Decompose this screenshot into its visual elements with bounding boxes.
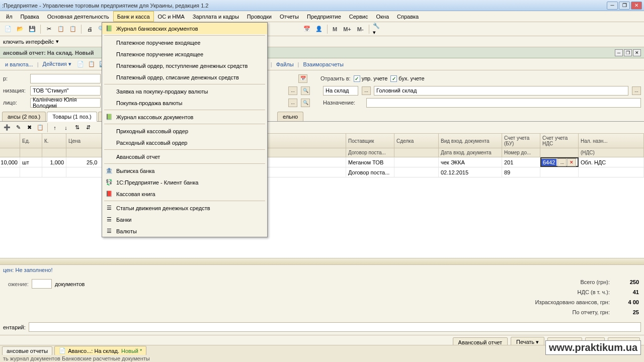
dest-type-input[interactable]: На склад xyxy=(323,86,358,96)
tool-icon-2[interactable]: 📋 xyxy=(87,59,97,69)
memory-mplus[interactable]: M+ xyxy=(341,26,353,32)
user-icon[interactable]: 👤 xyxy=(314,24,324,34)
col-doc-num[interactable]: Номер до... xyxy=(502,148,540,157)
new-icon[interactable]: 📄 xyxy=(3,24,13,34)
interface-switcher[interactable]: ключить интерфейс ▾ xyxy=(0,36,644,47)
mgmt-accounting-checkbox[interactable]: упр. учете xyxy=(354,75,388,82)
memory-mminus[interactable]: M- xyxy=(355,26,366,32)
col-doc-type[interactable]: Вид вход. документа xyxy=(439,134,502,148)
dropdown-item[interactable]: Заявка на покупку-продажу валюты xyxy=(102,85,267,97)
dropdown-item[interactable]: Авансовый отчет xyxy=(102,151,267,162)
person-input[interactable]: Калініченко Юлія Володимі xyxy=(30,98,101,108)
table-row[interactable]: 10,000 шт 1,000 25,0 Меганом ТОВ чек ЭКК… xyxy=(0,157,644,167)
col-deal[interactable]: Сделка xyxy=(394,134,439,148)
col-account[interactable]: Счет учета (БУ) xyxy=(502,134,540,148)
col-qty[interactable] xyxy=(0,134,20,148)
menu-service[interactable]: Сервис xyxy=(345,11,372,22)
calendar-icon[interactable]: 📅 xyxy=(302,24,312,34)
move-up-icon[interactable]: ↑ xyxy=(50,123,60,133)
tab-goods[interactable]: Товары (1 поз.) xyxy=(47,112,97,122)
settlements-link[interactable]: Взаиморасчеты xyxy=(300,61,346,67)
menu-os-nma[interactable]: ОС и НМА xyxy=(154,11,189,22)
cut-icon[interactable]: ✂ xyxy=(44,24,54,34)
dropdown-item[interactable]: Платежное поручение исходящее xyxy=(102,48,267,60)
move-down-icon[interactable]: ↓ xyxy=(61,123,71,133)
org-input[interactable]: ТОВ "Стимул" xyxy=(30,86,101,96)
save-icon[interactable]: 💾 xyxy=(27,24,37,34)
open-icon[interactable]: 📂 xyxy=(15,24,25,34)
menu-reports[interactable]: Отчеты xyxy=(276,11,303,22)
menu-postings[interactable]: Проводки xyxy=(243,11,276,22)
sort-desc-icon[interactable]: ⇵ xyxy=(83,123,93,133)
dest-value-select[interactable]: ... xyxy=(632,86,641,95)
dropdown-item[interactable]: 📕Кассовая книга xyxy=(102,188,267,200)
maximize-button[interactable]: ❐ xyxy=(619,2,630,10)
dropdown-item[interactable]: 📗Журнал кассовых документов xyxy=(102,111,267,123)
menu-salary[interactable]: Зарплата и кадры xyxy=(189,11,243,22)
dropdown-item[interactable]: ☰Статьи движения денежных средств xyxy=(102,202,267,214)
col-tax[interactable]: Нал. назн... xyxy=(579,134,644,148)
dropdown-item[interactable]: Приходный кассовый ордер xyxy=(102,125,267,137)
dropdown-item[interactable]: ☰Валюты xyxy=(102,225,267,237)
dropdown-item[interactable]: Платежный ордер, списание денежных средс… xyxy=(102,71,267,83)
attach-count-input[interactable] xyxy=(32,279,52,289)
files-link[interactable]: Файлы xyxy=(273,61,297,67)
print-icon[interactable]: 🖨 xyxy=(85,24,95,34)
close-button[interactable]: ✕ xyxy=(631,2,642,10)
col-nds-sub[interactable]: (НДС) xyxy=(579,148,644,157)
doc-maximize-button[interactable]: ❐ xyxy=(624,49,632,56)
cell-select-btn[interactable]: ... xyxy=(557,158,567,166)
col-nds-account[interactable]: Счет учета НДС xyxy=(540,134,579,148)
person-select-btn[interactable]: ... xyxy=(288,99,297,107)
date-picker-icon[interactable]: 📅 xyxy=(298,74,307,83)
add-row-icon[interactable]: ➕ xyxy=(2,123,12,133)
memory-m[interactable]: M xyxy=(331,26,339,32)
cell-clear-btn[interactable]: ✕ xyxy=(567,158,576,166)
dropdown-item[interactable]: Платежный ордер, поступление денежных ср… xyxy=(102,60,267,71)
dropdown-item[interactable]: 💱1С:Предприятие - Клиент банка xyxy=(102,176,267,188)
col-supplier[interactable]: Поставщик xyxy=(346,134,394,148)
dropdown-item[interactable]: 📗Журнал банковских документов xyxy=(102,23,267,34)
dropdown-item[interactable]: Покупка-продажа валюты xyxy=(102,97,267,109)
tab-advances[interactable]: ансы (2 поз.) xyxy=(2,112,46,121)
tab-extra[interactable]: ельно xyxy=(277,112,303,121)
horizontal-scrollbar[interactable] xyxy=(0,258,644,265)
search-icon[interactable]: 🔍 xyxy=(301,86,310,95)
menu-edit[interactable]: Правка xyxy=(17,11,43,22)
copy-icon[interactable]: 📋 xyxy=(56,24,66,34)
paste-icon[interactable]: 📋 xyxy=(68,24,78,34)
menu-help[interactable]: Справка xyxy=(393,11,423,22)
comment-input[interactable] xyxy=(29,322,641,332)
copy-row-icon[interactable]: 📋 xyxy=(35,123,45,133)
acc-accounting-checkbox[interactable]: бух. учете xyxy=(390,75,424,82)
menu-enterprise[interactable]: Предприятие xyxy=(303,11,345,22)
col-contract[interactable]: Договор поста... xyxy=(346,148,394,157)
task-reports[interactable]: ансовые отчеты xyxy=(2,346,52,355)
menu-main-activity[interactable]: Основная деятельность xyxy=(43,11,113,22)
number-input[interactable] xyxy=(30,74,101,83)
col-k[interactable]: К. xyxy=(42,134,66,148)
currency-link[interactable]: и валюта... xyxy=(2,61,36,67)
doc-minimize-button[interactable]: ─ xyxy=(615,49,623,56)
sort-asc-icon[interactable]: ⇅ xyxy=(72,123,82,133)
settings-icon[interactable]: 🔧▾ xyxy=(372,24,382,34)
delete-row-icon[interactable]: ✖ xyxy=(24,123,34,133)
person-search-icon[interactable]: 🔍 xyxy=(301,99,310,107)
menu-bank-cash[interactable]: Банк и касса xyxy=(113,11,154,22)
col-doc-date[interactable]: Дата вход. документа xyxy=(439,148,502,157)
nds-account-cell-editing[interactable]: 6442 ... ✕ xyxy=(540,157,579,167)
minimize-button[interactable]: ─ xyxy=(607,2,618,10)
menu-windows[interactable]: Окна xyxy=(372,11,393,22)
select-btn[interactable]: ... xyxy=(288,86,297,95)
menu-file[interactable]: йл xyxy=(2,11,17,22)
dropdown-item[interactable]: 🏦Выписка банка xyxy=(102,165,267,176)
dropdown-item[interactable]: Платежное поручение входящее xyxy=(102,37,267,48)
dropdown-item[interactable]: ☰Банки xyxy=(102,214,267,225)
dropdown-item[interactable]: Расходный кассовый ордер xyxy=(102,137,267,148)
tool-icon-1[interactable]: 📄 xyxy=(75,59,86,69)
edit-row-icon[interactable]: ✎ xyxy=(13,123,23,133)
dest-value-input[interactable]: Головний склад xyxy=(374,86,628,96)
task-current-doc[interactable]: 📄 Авансо...: На склад. Новый * xyxy=(54,346,146,355)
price-warning-link[interactable]: цен: Не заполнено! xyxy=(0,265,644,275)
table-row[interactable]: Договор поста... 02.12.2015 89 xyxy=(0,167,644,177)
